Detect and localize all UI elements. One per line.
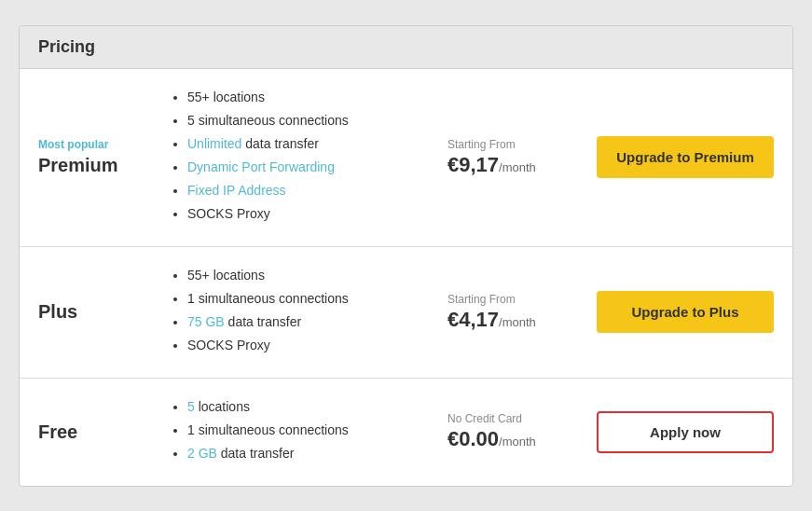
price-free: €0.00/month xyxy=(447,427,597,451)
list-item: SOCKS Proxy xyxy=(187,204,429,224)
list-item: 75 GB data transfer xyxy=(187,312,429,332)
action-col-free: Apply now xyxy=(597,411,774,453)
price-premium: €9,17/month xyxy=(447,153,597,177)
per-month-premium: /month xyxy=(499,160,536,174)
list-item: 55+ locations xyxy=(187,266,429,285)
list-item: 5 simultaneous connections xyxy=(187,111,429,131)
dynamic-port-link[interactable]: Dynamic Port Forwarding xyxy=(187,159,335,174)
price-value-premium: €9,17 xyxy=(447,153,499,176)
pricing-col-free: No Credit Card €0.00/month xyxy=(447,412,597,451)
75gb-link[interactable]: 75 GB xyxy=(187,314,225,329)
action-col-premium: Upgrade to Premium xyxy=(597,136,774,178)
list-item: Unlimited data transfer xyxy=(187,134,429,154)
2gb-link[interactable]: 2 GB xyxy=(187,446,217,461)
plan-row-free: Free 5 locations 1 simultaneous connecti… xyxy=(20,379,792,486)
apply-now-button[interactable]: Apply now xyxy=(597,411,774,453)
pricing-col-plus: Starting From €4,17/month xyxy=(447,293,597,332)
plan-name-col-premium: Most popular Premium xyxy=(38,138,150,176)
action-col-plus: Upgrade to Plus xyxy=(597,291,774,333)
pricing-col-premium: Starting From €9,17/month xyxy=(447,138,597,177)
list-item: SOCKS Proxy xyxy=(187,336,429,355)
plan-name-premium: Premium xyxy=(38,155,150,176)
list-item: 55+ locations xyxy=(187,88,429,107)
list-item: Fixed IP Address xyxy=(187,181,429,200)
list-item: 2 GB data transfer xyxy=(187,444,429,463)
most-popular-label: Most popular xyxy=(38,138,150,151)
unlimited-link[interactable]: Unlimited xyxy=(187,136,241,151)
plan-name-col-plus: Plus xyxy=(38,301,150,323)
upgrade-premium-button[interactable]: Upgrade to Premium xyxy=(597,136,774,178)
price-plus: €4,17/month xyxy=(447,308,597,332)
plan-features-premium: 55+ locations 5 simultaneous connections… xyxy=(150,88,447,228)
per-month-plus: /month xyxy=(499,315,536,329)
price-value-plus: €4,17 xyxy=(447,308,499,331)
starting-from-label-plus: Starting From xyxy=(447,293,597,306)
per-month-free: /month xyxy=(499,435,536,449)
upgrade-plus-button[interactable]: Upgrade to Plus xyxy=(597,291,774,333)
no-credit-label: No Credit Card xyxy=(447,412,597,425)
plan-features-free: 5 locations 1 simultaneous connections 2… xyxy=(150,397,447,467)
list-item: Dynamic Port Forwarding xyxy=(187,158,429,177)
starting-from-label: Starting From xyxy=(447,138,597,151)
page-title: Pricing xyxy=(38,37,774,57)
price-value-free: €0.00 xyxy=(447,427,499,450)
plan-name-free: Free xyxy=(38,421,150,443)
pricing-card: Pricing Most popular Premium 55+ locatio… xyxy=(19,25,793,487)
plan-name-plus: Plus xyxy=(38,301,150,323)
5-locations-link[interactable]: 5 xyxy=(187,399,195,414)
plan-features-plus: 55+ locations 1 simultaneous connections… xyxy=(150,266,447,359)
plan-row-premium: Most popular Premium 55+ locations 5 sim… xyxy=(20,69,792,247)
list-item: 1 simultaneous connections xyxy=(187,421,429,440)
list-item: 5 locations xyxy=(187,397,429,417)
plan-row-plus: Plus 55+ locations 1 simultaneous connec… xyxy=(20,247,792,379)
fixed-ip-link[interactable]: Fixed IP Address xyxy=(187,183,286,198)
card-header: Pricing xyxy=(20,26,792,69)
list-item: 1 simultaneous connections xyxy=(187,289,429,309)
plan-name-col-free: Free xyxy=(38,421,150,443)
